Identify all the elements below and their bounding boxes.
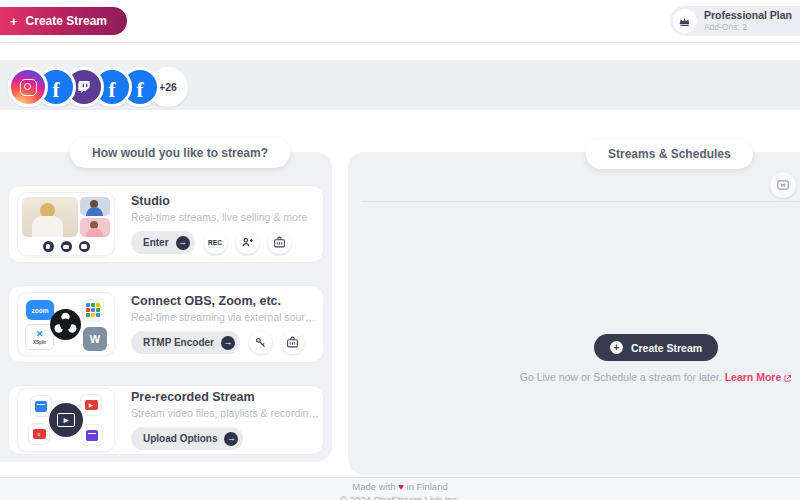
prerecorded-card[interactable]: ▶ ≡ ▶ Pre-recorded Stream Stream video f…: [8, 385, 324, 455]
calendar-view-toggle-button[interactable]: [770, 172, 796, 198]
prerecorded-thumbnail: ▶ ≡ ▶: [17, 388, 115, 452]
studio-thumbnail: [17, 192, 115, 256]
plan-title: Professional Plan: [704, 10, 792, 22]
top-bar: + Create Stream Professional Plan Add-On…: [0, 0, 800, 43]
heart-icon: ♥: [398, 481, 404, 492]
empty-state-helper: Go Live now or Schedule a stream for lat…: [348, 371, 800, 385]
footer: Made with ♥ in Finland © 2024 OneStream …: [0, 477, 800, 500]
studio-title: Studio: [131, 194, 307, 208]
streams-table-divider: [362, 201, 800, 202]
onestream-dashboard: + Create Stream Professional Plan Add-On…: [0, 0, 800, 500]
arrow-right-circle-icon: →: [176, 236, 190, 250]
calendar-blue-icon: [30, 395, 52, 417]
schedule-encoder-button[interactable]: [281, 331, 304, 354]
arrow-right-circle-icon: →: [224, 432, 238, 446]
recordings-button[interactable]: REC: [204, 231, 227, 254]
instagram-icon[interactable]: [8, 67, 48, 107]
key-icon: [254, 336, 267, 349]
studio-subtitle: Real-time streams, live selling & more: [131, 211, 307, 223]
stream-key-button[interactable]: [249, 331, 272, 354]
social-accounts-band: f f f +26: [0, 60, 800, 110]
rtmp-encoder-button[interactable]: RTMP Encoder →: [131, 331, 240, 354]
plus-icon: +: [10, 15, 18, 28]
schedule-icon: [273, 236, 286, 249]
person-add-icon: [241, 236, 254, 249]
app-grid-icon: [82, 299, 104, 321]
encoder-logos-thumbnail: zoom ✕ XSplit W: [17, 292, 115, 356]
external-link-icon: [783, 373, 792, 385]
connected-accounts: f f f +26: [8, 67, 176, 107]
schedule-studio-button[interactable]: [268, 231, 291, 254]
camera-icon: [61, 241, 72, 252]
prerecorded-subtitle: Stream video files, playlists & recordin…: [131, 407, 319, 419]
plus-circle-icon: +: [610, 341, 623, 354]
create-stream-button-main[interactable]: + Create Stream: [594, 334, 718, 361]
left-panel-header: How would you like to stream?: [70, 138, 290, 168]
plan-badge[interactable]: Professional Plan Add-Ons: 2: [670, 6, 800, 36]
studio-card[interactable]: Studio Real-time streams, live selling &…: [8, 185, 324, 263]
encoder-title: Connect OBS, Zoom, etc.: [131, 294, 315, 308]
film-icon: ▶: [49, 403, 83, 437]
mic-icon: [43, 241, 54, 252]
crown-icon: [673, 9, 697, 33]
right-panel-header: Streams & Schedules: [586, 139, 753, 169]
schedule-icon: [286, 336, 299, 349]
expand-icon: [776, 178, 790, 192]
screen-share-icon: [79, 241, 90, 252]
enter-studio-button[interactable]: Enter →: [131, 231, 195, 254]
create-stream-button-top[interactable]: + Create Stream: [0, 7, 127, 35]
wirecast-logo: W: [83, 327, 107, 351]
create-stream-label: Create Stream: [26, 14, 107, 28]
obs-logo: [49, 308, 82, 345]
external-encoder-card[interactable]: zoom ✕ XSplit W Connect OBS, Zoom, etc. …: [8, 285, 324, 363]
learn-more-link[interactable]: Learn More: [725, 371, 793, 383]
footer-made-with: Made with ♥ in Finland: [0, 481, 800, 492]
plan-addons: Add-Ons: 2: [704, 23, 792, 32]
prerecorded-title: Pre-recorded Stream: [131, 390, 319, 404]
arrow-right-circle-icon: →: [221, 336, 235, 350]
playlist-icon: ≡: [28, 423, 50, 445]
encoder-subtitle: Real-time streaming via external sour…: [131, 311, 315, 323]
footer-copyright: © 2024 OneStream Live Inc.: [0, 494, 800, 500]
calendar-purple-icon: [81, 424, 103, 446]
invite-guest-button[interactable]: [236, 231, 259, 254]
upload-options-button[interactable]: Upload Options →: [131, 427, 243, 450]
video-red-icon: ▶: [80, 394, 102, 416]
